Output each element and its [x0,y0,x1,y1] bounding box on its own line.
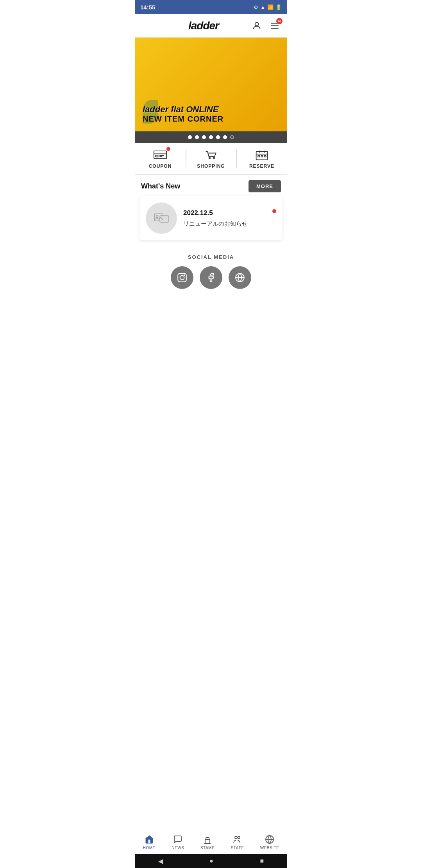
hero-line2: NEW ITEM CORNER [143,115,224,124]
profile-icon [252,21,262,31]
news-content: 2022.12.5 リニューアルのお知らせ [183,209,276,228]
notification-badge: N [276,18,283,24]
dot-5[interactable] [216,135,220,139]
whats-new-header: What's New MORE [135,175,287,196]
svg-rect-19 [160,215,168,222]
shopping-label: SHOPPING [197,163,225,169]
svg-rect-16 [261,156,263,157]
quick-nav: COUPON SHOPPING RESERVE [135,143,287,175]
shopping-icon [204,149,218,160]
nav-reserve[interactable]: RESERVE [236,143,287,174]
dot-3[interactable] [202,135,206,139]
instagram-button[interactable] [171,266,193,289]
status-icons: ⚙ ▲ 📶 🔋 [254,4,282,10]
news-date: 2022.12.5 [183,209,276,217]
settings-icon: ⚙ [254,4,258,10]
profile-button[interactable] [250,20,263,32]
svg-point-23 [184,275,185,276]
header-icons: N [250,20,281,32]
news-card[interactable]: 2022.12.5 リニューアルのお知らせ [139,196,283,240]
news-thumbnail [146,203,177,234]
header: ladder N [135,14,287,38]
svg-point-10 [213,157,215,159]
more-button[interactable]: MORE [249,180,281,192]
coupon-badge [166,147,170,151]
whats-new-title: What's New [141,182,180,190]
svg-point-20 [156,216,158,218]
svg-point-22 [180,276,184,280]
svg-rect-21 [178,273,186,282]
news-badge [272,209,276,213]
dot-2[interactable] [195,135,199,139]
carousel-dots [135,131,287,143]
svg-rect-17 [264,156,266,157]
wifi-icon: ▲ [260,4,265,10]
dot-6[interactable] [223,135,227,139]
reserve-icon [255,149,269,160]
facebook-icon [206,273,216,283]
svg-rect-6 [155,155,158,157]
logo-text: ladder [188,20,219,32]
svg-point-0 [255,22,259,26]
signal-icon: 📶 [267,4,274,10]
thumbnail-icon [154,212,169,225]
globe-icon [235,273,245,283]
svg-rect-15 [258,156,260,157]
instagram-icon [177,273,187,283]
coupon-icon [153,149,167,160]
social-icons [141,266,281,289]
battery-icon: 🔋 [275,4,282,10]
social-section: SOCIAL MEDIA [135,246,287,295]
hero-line1: ladder flat ONLINE [143,104,224,115]
nav-shopping[interactable]: SHOPPING [186,143,236,174]
dot-7[interactable] [230,135,234,139]
reserve-label: RESERVE [249,163,274,169]
bottom-spacer [135,295,287,334]
social-label: SOCIAL MEDIA [141,254,281,260]
hero-text: ladder flat ONLINE NEW ITEM CORNER [143,104,224,124]
svg-point-9 [209,157,211,159]
website-button[interactable] [229,266,251,289]
dot-1[interactable] [188,135,192,139]
coupon-label: COUPON [149,163,172,169]
app-logo: ladder [188,20,219,32]
nav-coupon[interactable]: COUPON [135,143,186,174]
facebook-button[interactable] [200,266,222,289]
menu-button[interactable]: N [268,20,281,32]
bottle-1 [135,38,161,101]
hero-banner: ladder flat ONLINE NEW ITEM CORNER [135,38,287,131]
dot-4[interactable] [209,135,213,139]
status-time: 14:55 [140,4,155,11]
status-bar: 14:55 ⚙ ▲ 📶 🔋 [135,0,287,14]
news-title: リニューアルのお知らせ [183,220,276,228]
